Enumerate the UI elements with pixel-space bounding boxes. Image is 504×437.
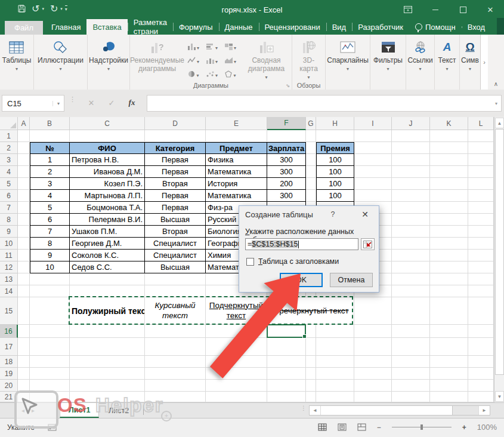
cell[interactable] xyxy=(18,297,30,325)
formula-input[interactable]: ▾ xyxy=(147,95,502,112)
cell[interactable] xyxy=(430,338,468,356)
cell[interactable] xyxy=(30,368,70,380)
macro-record-icon[interactable] xyxy=(48,424,57,431)
cell[interactable] xyxy=(18,142,30,154)
cell[interactable] xyxy=(468,226,494,238)
cell[interactable] xyxy=(392,142,430,154)
column-header[interactable]: B xyxy=(30,117,70,130)
cell[interactable]: 300 xyxy=(267,154,306,166)
cell[interactable] xyxy=(468,178,494,190)
symbols-button[interactable]: Ω Симв ▾ xyxy=(459,36,481,90)
cell[interactable] xyxy=(392,273,430,285)
cell[interactable] xyxy=(468,325,494,338)
sheet-nav-arrows-icon[interactable]: ◂▸ xyxy=(21,407,42,414)
insert-function-icon[interactable]: fx xyxy=(123,95,141,110)
cell[interactable] xyxy=(392,202,430,214)
tab-insert[interactable]: Вставка xyxy=(86,19,127,35)
row-header[interactable]: 7 xyxy=(0,202,18,214)
column-header[interactable]: F xyxy=(267,117,306,130)
cell[interactable]: ФИО xyxy=(70,142,145,154)
cell[interactable] xyxy=(206,368,267,380)
cell[interactable] xyxy=(267,380,306,392)
cell[interactable] xyxy=(468,368,494,380)
cell[interactable] xyxy=(316,380,354,392)
cell[interactable] xyxy=(392,261,430,273)
cell[interactable]: Зарплата xyxy=(267,142,306,154)
minimize-button[interactable] xyxy=(422,0,449,19)
cell[interactable]: Полужирный текст xyxy=(70,297,145,325)
cancel-button[interactable]: Отмена xyxy=(330,273,373,287)
cell[interactable] xyxy=(430,368,468,380)
column-header[interactable]: A xyxy=(18,117,30,130)
cell[interactable]: 200 xyxy=(267,178,306,190)
cell[interactable] xyxy=(468,338,494,356)
ribbon-display-options-icon[interactable] xyxy=(394,0,422,19)
cell[interactable] xyxy=(430,190,468,202)
cell[interactable] xyxy=(18,250,30,261)
cell[interactable] xyxy=(145,325,206,338)
cell[interactable] xyxy=(18,178,30,190)
cell[interactable] xyxy=(70,368,145,380)
fill-handle[interactable] xyxy=(302,334,307,338)
row-header[interactable]: 1 xyxy=(0,130,18,142)
cell[interactable] xyxy=(206,325,267,338)
cell[interactable]: 7 xyxy=(30,226,70,238)
cell[interactable] xyxy=(392,214,430,226)
cell[interactable] xyxy=(430,250,468,261)
cell[interactable] xyxy=(18,273,30,285)
cell[interactable] xyxy=(430,380,468,392)
cell[interactable] xyxy=(430,273,468,285)
cell[interactable] xyxy=(206,392,267,402)
cell[interactable] xyxy=(392,325,430,338)
cell[interactable]: Вторая xyxy=(145,226,206,238)
cell[interactable]: Седов С.С. xyxy=(70,261,145,273)
expand-formula-bar-icon[interactable]: ▾ xyxy=(495,101,501,106)
cell[interactable]: 9 xyxy=(30,250,70,261)
cell[interactable] xyxy=(306,178,316,190)
cell[interactable]: Специалист xyxy=(145,250,206,261)
save-icon[interactable] xyxy=(18,5,26,13)
cell[interactable] xyxy=(206,380,267,392)
cell[interactable] xyxy=(267,356,306,368)
cell[interactable] xyxy=(430,297,468,325)
cell[interactable] xyxy=(30,273,70,285)
cell[interactable] xyxy=(316,338,354,356)
cell[interactable]: Пелерман В.И. xyxy=(70,214,145,226)
ribbon-scroll-right-button[interactable]: › xyxy=(480,35,488,90)
cell[interactable] xyxy=(392,226,430,238)
column-header[interactable]: L xyxy=(468,117,494,130)
row-header[interactable]: 10 xyxy=(0,238,18,250)
cell[interactable] xyxy=(145,368,206,380)
vertical-scrollbar-thumb[interactable] xyxy=(495,129,504,375)
cell[interactable] xyxy=(354,142,392,154)
normal-view-icon[interactable] xyxy=(318,423,327,431)
cell[interactable] xyxy=(18,214,30,226)
charts-dialog-launcher-icon[interactable]: ⇘ xyxy=(286,83,290,88)
tab-page-layout[interactable]: Разметка страни xyxy=(128,19,173,35)
column-header[interactable]: G xyxy=(306,117,316,130)
cell[interactable] xyxy=(430,226,468,238)
cell[interactable]: 3 xyxy=(30,178,70,190)
cell[interactable] xyxy=(468,166,494,178)
cell[interactable] xyxy=(354,368,392,380)
select-all-corner[interactable] xyxy=(0,117,18,130)
cell[interactable] xyxy=(18,338,30,356)
sheet-tab-list2[interactable]: Лист2 xyxy=(100,403,137,418)
cell[interactable]: Математика xyxy=(206,166,267,178)
cell[interactable] xyxy=(468,202,494,214)
cell[interactable] xyxy=(392,297,430,325)
cell[interactable] xyxy=(430,130,468,142)
cell[interactable]: 5 xyxy=(30,202,70,214)
cell[interactable] xyxy=(145,356,206,368)
cell[interactable] xyxy=(306,130,316,142)
illustrations-button[interactable]: Иллюстрации ▾ xyxy=(36,36,85,90)
scroll-down-icon[interactable]: ▼ xyxy=(495,391,504,402)
name-box-dropdown-icon[interactable]: ▾ xyxy=(52,101,64,106)
cell[interactable] xyxy=(70,338,145,356)
row-header[interactable]: 12 xyxy=(0,261,18,273)
cell[interactable] xyxy=(468,392,494,402)
cell[interactable]: Первая xyxy=(145,190,206,202)
cell[interactable] xyxy=(18,261,30,273)
cell[interactable]: Соколов К.С. xyxy=(70,250,145,261)
cell[interactable] xyxy=(18,166,30,178)
